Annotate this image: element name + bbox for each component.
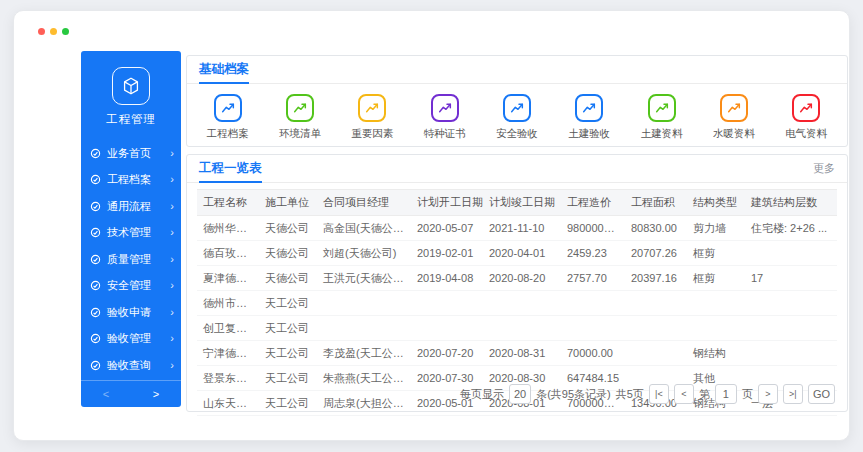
sidebar-item-8[interactable]: 验收管理› — [81, 326, 181, 353]
table-row[interactable]: 德州华耀...天德公司高金国(天德公司)2020-05-072021-11-10… — [197, 216, 837, 241]
table-row[interactable]: 德百玫瑰...天德公司刘超(天德公司)2019-02-012020-04-012… — [197, 241, 837, 266]
sidebar-collapse-right-arrow[interactable]: > — [145, 388, 167, 400]
sidebar-item-9[interactable]: 验收查询› — [81, 352, 181, 379]
close-window-button[interactable] — [38, 28, 45, 35]
menu-item-label: 安全管理 — [107, 278, 170, 293]
table-cell: 宁津德百... — [197, 341, 259, 366]
total-pages-label: 共5页 — [616, 387, 644, 402]
table-cell: 山东天翮... — [197, 391, 259, 416]
table-cell — [745, 316, 837, 341]
sidebar-menu: 业务首页›工程档案›通用流程›技术管理›质量管理›安全管理›验收申请›验收管理›… — [81, 140, 181, 380]
chevron-right-icon: › — [170, 254, 174, 265]
sidebar-footer: < > — [81, 380, 181, 407]
minimize-window-button[interactable] — [50, 28, 57, 35]
shortcut-label: 环境清单 — [279, 127, 321, 141]
table-cell: 天德公司 — [259, 266, 317, 291]
table-cell: 天德公司 — [259, 216, 317, 241]
shortcut-3[interactable]: 重要因素 — [350, 94, 395, 141]
page-suffix-label: 页 — [742, 387, 753, 402]
last-page-button[interactable]: >| — [783, 384, 803, 404]
shortcut-label: 水暖资料 — [713, 127, 755, 141]
table-cell: 德百玫瑰... — [197, 241, 259, 266]
shortcut-6[interactable]: 土建验收 — [567, 94, 612, 141]
table-cell: 高金国(天德公司) — [317, 216, 411, 241]
table-cell: 2021-11-10 — [483, 216, 561, 241]
table-cell: 2020-08-31 — [483, 341, 561, 366]
column-header: 建筑结构层数 — [745, 190, 837, 216]
shortcut-label: 土建资料 — [641, 127, 683, 141]
basic-archive-header: 基础档案 — [187, 56, 847, 84]
table-cell: 天工公司 — [259, 366, 317, 391]
sidebar-item-2[interactable]: 工程档案› — [81, 167, 181, 194]
table-cell: 住宅楼: 2+26 ... — [745, 216, 837, 241]
table-cell — [483, 291, 561, 316]
table-cell: 李茂盈(天工公司) — [317, 341, 411, 366]
sidebar-item-7[interactable]: 验收申请› — [81, 299, 181, 326]
shortcut-2[interactable]: 环境清单 — [277, 94, 322, 141]
table-cell: 2019-04-08 — [411, 266, 483, 291]
sidebar-brand: 工程管理 — [81, 51, 181, 127]
maximize-window-button[interactable] — [62, 28, 69, 35]
project-table-title[interactable]: 工程一览表 — [199, 155, 262, 183]
next-page-button[interactable]: > — [758, 384, 778, 404]
menu-item-label: 通用流程 — [107, 199, 170, 214]
table-row[interactable]: 宁津德百...天工公司李茂盈(天工公司)2020-07-202020-08-31… — [197, 341, 837, 366]
more-link[interactable]: 更多 — [813, 161, 835, 176]
chevron-right-icon: › — [170, 280, 174, 291]
table-row[interactable]: 夏津德百...天德公司王洪元(天德公司)2019-04-082020-08-20… — [197, 266, 837, 291]
shortcut-label: 工程档案 — [207, 127, 249, 141]
table-row[interactable]: 德州市的...天工公司 — [197, 291, 837, 316]
menu-item-label: 验收管理 — [107, 331, 170, 346]
table-cell: 天工公司 — [259, 316, 317, 341]
table-cell: 2020-04-01 — [483, 241, 561, 266]
table-cell: 王洪元(天德公司) — [317, 266, 411, 291]
table-cell: 2459.23 — [561, 241, 625, 266]
menu-item-icon — [90, 359, 102, 371]
chevron-right-icon: › — [170, 201, 174, 212]
table-cell: 2757.70 — [561, 266, 625, 291]
sidebar-item-5[interactable]: 质量管理› — [81, 246, 181, 273]
first-page-button[interactable]: |< — [649, 384, 669, 404]
shortcut-1[interactable]: 工程档案 — [205, 94, 250, 141]
project-table-header: 工程一览表 更多 — [187, 155, 847, 183]
table-cell: 天工公司 — [259, 291, 317, 316]
table-cell: 刘超(天德公司) — [317, 241, 411, 266]
sidebar-item-3[interactable]: 通用流程› — [81, 193, 181, 220]
menu-item-label: 验收申请 — [107, 305, 170, 320]
sidebar-collapse-left-arrow[interactable]: < — [95, 388, 117, 400]
sidebar-item-4[interactable]: 技术管理› — [81, 220, 181, 247]
chevron-right-icon: › — [170, 360, 174, 371]
shortcut-9[interactable]: 电气资料 — [784, 94, 829, 141]
table-cell: 朱燕燕(天工公司) — [317, 366, 411, 391]
table-cell: 框剪 — [687, 241, 745, 266]
table-cell: 98000000... — [561, 216, 625, 241]
column-header: 工程造价 — [561, 190, 625, 216]
chevron-right-icon: › — [170, 333, 174, 344]
table-row[interactable]: 创卫复审...天工公司 — [197, 316, 837, 341]
basic-archive-title[interactable]: 基础档案 — [199, 56, 249, 84]
menu-item-icon — [90, 333, 102, 345]
table-cell: 2020-07-20 — [411, 341, 483, 366]
chart-icon — [358, 94, 386, 122]
table-cell: 天工公司 — [259, 341, 317, 366]
shortcut-5[interactable]: 安全验收 — [494, 94, 539, 141]
sidebar-item-1[interactable]: 业务首页› — [81, 140, 181, 167]
basic-archive-panel: 基础档案 工程档案环境清单重要因素特种证书安全验收土建验收土建资料水暖资料电气资… — [186, 55, 848, 147]
per-page-select[interactable]: 20 — [509, 384, 531, 404]
page-number-input[interactable]: 1 — [715, 384, 737, 404]
table-cell: 创卫复审... — [197, 316, 259, 341]
prev-page-button[interactable]: < — [674, 384, 694, 404]
shortcut-8[interactable]: 水暖资料 — [711, 94, 756, 141]
shortcut-label: 土建验收 — [568, 127, 610, 141]
table-cell: 天德公司 — [259, 241, 317, 266]
go-button[interactable]: GO — [808, 384, 835, 404]
table-cell: 框剪 — [687, 266, 745, 291]
chevron-right-icon: › — [170, 307, 174, 318]
table-cell: 天工公司 — [259, 391, 317, 416]
sidebar-item-6[interactable]: 安全管理› — [81, 273, 181, 300]
table-cell: 17 — [745, 266, 837, 291]
shortcut-7[interactable]: 土建资料 — [639, 94, 684, 141]
table-cell — [745, 291, 837, 316]
shortcut-4[interactable]: 特种证书 — [422, 94, 467, 141]
table-cell: 20397.16 — [625, 266, 687, 291]
